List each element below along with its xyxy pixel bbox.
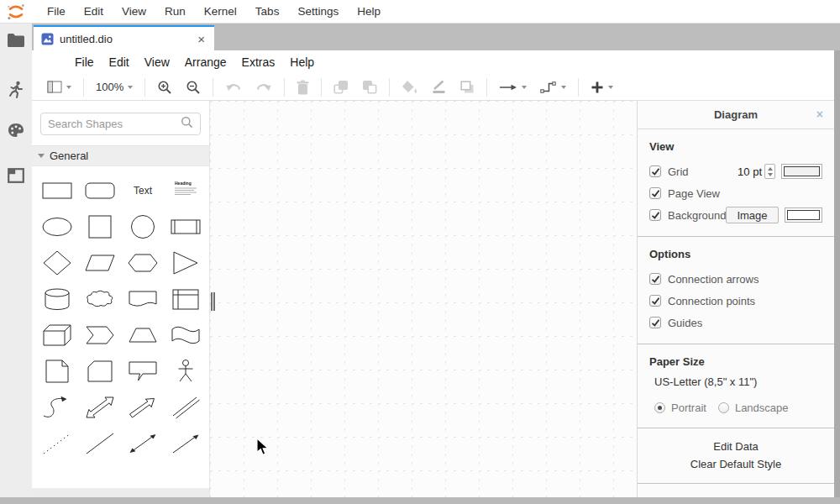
redo-button[interactable] [252,76,276,98]
grid-checkbox-checked[interactable] [649,165,661,177]
shape-search-box[interactable] [40,113,201,135]
cube-shape[interactable] [35,317,78,353]
note-shape[interactable] [35,353,78,389]
card-shape[interactable] [78,353,121,389]
page-view-dropdown-button[interactable] [44,76,75,98]
tab-untitled-dio[interactable]: untitled.dio × [34,25,214,50]
svg-text:Heading: Heading [175,181,192,186]
delete-button[interactable] [293,76,312,98]
actor-shape[interactable] [165,353,207,389]
dio-menu-file[interactable]: File [67,50,102,74]
link-shape[interactable] [165,389,207,425]
portrait-radio-selected[interactable] [654,402,665,413]
grid-size-stepper[interactable] [764,164,775,179]
page-view-checkbox-checked[interactable] [649,187,661,199]
jupyter-menubar: File Edit View Run Kernel Tabs Settings … [0,0,840,24]
tape-shape[interactable] [165,317,207,353]
tab-title: untitled.dio [60,33,196,45]
cylinder-shape[interactable] [35,281,78,317]
guides-checkbox-checked[interactable] [649,317,661,328]
jp-menu-tabs[interactable]: Tabs [246,0,289,23]
internal-storage-shape[interactable] [165,281,207,317]
dock-tabbar: untitled.dio × [32,24,840,50]
rectangle-shape[interactable] [35,172,78,208]
open-tabs-icon[interactable] [7,166,25,185]
line-color-button[interactable] [428,76,450,98]
diagram-canvas[interactable] [210,101,637,497]
jp-menu-kernel[interactable]: Kernel [195,0,246,23]
textbox-shape[interactable]: Heading [165,172,207,208]
editor-row: General TextHeading [32,101,834,497]
curve-shape[interactable] [35,389,78,425]
shape-section-general[interactable]: General [32,145,209,166]
circle-shape[interactable] [122,208,165,244]
diamond-shape[interactable] [35,244,78,281]
connection-points-checkbox-checked[interactable] [649,295,661,307]
paper-size-select[interactable]: US-Letter (8,5" x 11") [654,375,822,388]
jp-menu-edit[interactable]: Edit [75,0,113,23]
callout-shape[interactable] [122,353,165,389]
line-shape[interactable] [78,425,121,461]
triangle-shape[interactable] [165,244,207,281]
insert-dropdown-button[interactable] [587,76,617,98]
format-tab-diagram[interactable]: Diagram [714,108,758,121]
editor-scrollbar[interactable] [834,50,840,497]
waypoints-dropdown-button[interactable] [537,76,570,98]
jp-menu-help[interactable]: Help [348,0,390,23]
bidirectional-connector-shape[interactable] [122,425,165,461]
bidirectional-arrow-shape[interactable] [78,389,121,425]
square-shape[interactable] [78,208,121,244]
svg-text:Text: Text [134,185,153,197]
format-close-icon[interactable]: × [816,108,823,120]
background-color-swatch[interactable] [785,207,822,223]
to-front-button[interactable] [330,76,352,98]
clear-default-style-button[interactable]: Clear Default Style [649,455,822,473]
parallelogram-shape[interactable] [78,244,121,281]
tab-close-icon[interactable]: × [196,33,207,45]
zoom-in-button[interactable] [154,76,176,98]
command-palette-icon[interactable] [7,121,25,139]
dio-menu-help[interactable]: Help [282,50,322,74]
jp-menu-run[interactable]: Run [155,0,195,23]
landscape-radio[interactable] [718,402,729,413]
dio-menu-edit[interactable]: Edit [102,50,137,74]
connection-arrow-dropdown-button[interactable] [496,76,530,98]
edit-data-button[interactable]: Edit Data [649,438,822,455]
shape-search-input[interactable] [48,118,181,130]
shadow-button[interactable] [457,76,478,98]
arrow-shape[interactable] [122,389,165,425]
cloud-shape[interactable] [78,281,121,317]
directional-connector-shape[interactable] [165,425,207,461]
jp-menu-view[interactable]: View [113,0,155,23]
dio-menu-extras[interactable]: Extras [234,50,283,74]
page-view-label: Page View [668,187,720,200]
jp-menu-settings[interactable]: Settings [288,0,348,23]
zoom-level-dropdown-button[interactable]: 100% [92,76,136,98]
undo-button[interactable] [222,76,245,98]
trapezoid-shape[interactable] [122,317,165,353]
jupyterlab-window: File Edit View Run Kernel Tabs Settings … [0,0,840,504]
rounded-rectangle-shape[interactable] [78,172,121,208]
file-browser-icon[interactable] [7,31,25,50]
connection-arrows-checkbox-checked[interactable] [649,273,661,285]
fill-color-button[interactable] [398,76,421,98]
sidebar-collapse-handle[interactable] [211,292,216,311]
running-sessions-icon[interactable] [7,81,25,99]
jp-menu-file[interactable]: File [38,0,75,23]
background-checkbox-checked[interactable] [649,209,661,221]
orientation-row: Portrait Landscape [654,402,822,414]
dio-menu-arrange[interactable]: Arrange [177,50,234,74]
dashed-line-shape[interactable] [35,425,78,461]
text-shape[interactable]: Text [122,172,165,208]
step-shape[interactable] [78,317,121,353]
to-back-button[interactable] [359,76,381,98]
hexagon-shape[interactable] [122,244,165,281]
image-button[interactable]: Image [726,207,778,223]
grid-color-swatch[interactable] [781,164,822,179]
dio-menu-view[interactable]: View [137,50,177,74]
shapes-panel-scrollbar[interactable] [32,488,209,497]
zoom-out-button[interactable] [182,76,204,98]
document-shape[interactable] [122,281,165,317]
process-shape[interactable] [165,208,207,244]
ellipse-shape[interactable] [35,208,78,244]
